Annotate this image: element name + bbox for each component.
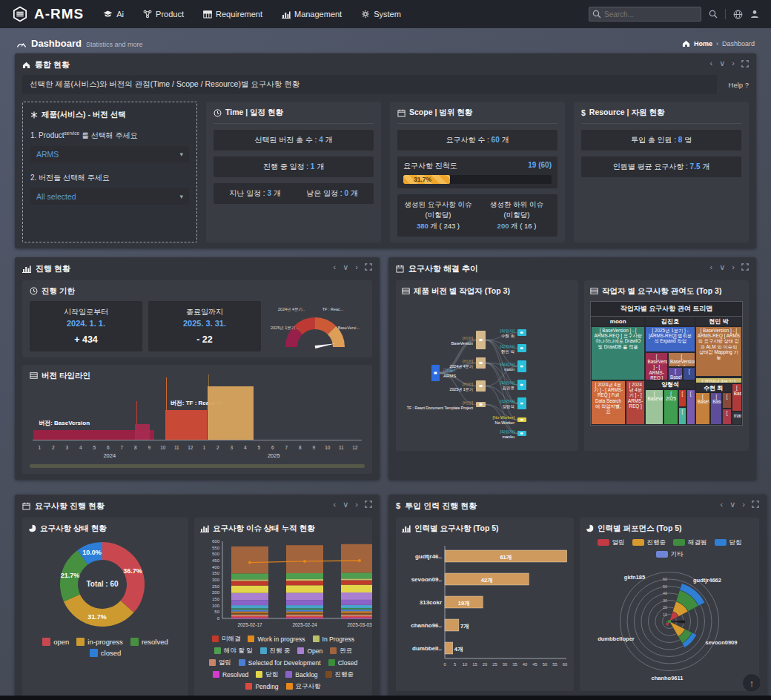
legend-item: 기타 (656, 550, 684, 559)
svg-text:[작업자]: [작업자] (500, 380, 514, 385)
svg-text:양형석: 양형석 (503, 404, 515, 409)
product-version-selector: 제품(서비스) - 버전 선택 1. Productservice 를 선택해 … (22, 102, 197, 242)
svg-text:chanho96..: chanho96.. (411, 622, 442, 629)
arrow-up-icon: ↑ (750, 678, 755, 689)
product-select-value: ARMS (36, 150, 59, 159)
treemap-box: 작업자 별 요구사항 관여도 (Top 3) 작업자별 요구사항 관여 트리맵 … (584, 280, 749, 451)
table-icon (203, 10, 212, 19)
svg-text:400: 400 (212, 564, 220, 569)
treemap-cell: [ 2024년 4분기 ] - [ ARMS-REQ ] (626, 380, 646, 425)
scroll-top-button[interactable]: ↑ (742, 673, 761, 693)
progress-count: 19 (60) (528, 161, 552, 171)
performance-polar-chart: 102030405060gkfn185gudtjr4662sevoon0909c… (586, 559, 753, 685)
chevron-left-icon[interactable]: ‹ (334, 501, 337, 509)
gear-icon (361, 10, 370, 19)
chevron-right-icon[interactable]: › (742, 501, 745, 509)
chevron-down-icon[interactable]: ∨ (729, 501, 735, 509)
svg-text:45: 45 (532, 662, 537, 667)
expand-icon[interactable] (741, 263, 749, 271)
search-input[interactable] (589, 7, 701, 22)
chevron-left-icon[interactable]: ‹ (710, 59, 713, 67)
chevron-left-icon[interactable]: ‹ (334, 263, 337, 271)
nav-item-ai[interactable]: Ai (103, 10, 124, 19)
chevron-left-icon[interactable]: ‹ (721, 501, 724, 509)
legend-item: resolved (130, 638, 168, 646)
globe-icon[interactable] (733, 10, 743, 19)
svg-text:450: 450 (212, 558, 220, 563)
expand-icon[interactable] (741, 60, 749, 67)
expand-icon[interactable] (752, 501, 759, 508)
svg-text:60: 60 (663, 577, 667, 581)
svg-text:20: 20 (663, 605, 667, 610)
donut-title: 요구사항 상태 현황 (40, 524, 107, 534)
legend-item: Open (297, 647, 322, 656)
app-logo[interactable]: A-RMS (12, 6, 84, 22)
panel-title: 진행 현황 (36, 263, 70, 274)
expand-icon[interactable] (365, 263, 372, 271)
chevron-right-icon[interactable]: › (732, 263, 735, 271)
chevron-down-icon: ▾ (179, 193, 183, 200)
version-select-value: All selected (36, 192, 76, 201)
svg-text:10: 10 (463, 662, 467, 667)
legend-item: 진행 중 (260, 647, 291, 656)
panel-controls: ‹∨› (710, 59, 749, 67)
nav-item-management[interactable]: Management (282, 10, 342, 19)
svg-text:ARMS: ARMS (443, 374, 456, 378)
chevron-right-icon[interactable]: › (732, 59, 735, 67)
user-icon[interactable] (750, 10, 759, 19)
chevron-down-icon[interactable]: ∨ (719, 59, 725, 67)
nav-item-product[interactable]: Product (143, 10, 184, 19)
svg-text:30: 30 (663, 598, 667, 602)
time-title: Time | 일정 현황 (225, 108, 283, 118)
treemap-cell: [ BaseVersion ] - [ (668, 352, 695, 367)
product-icon (143, 10, 152, 19)
svg-text:36.7%: 36.7% (123, 567, 142, 574)
treemap-cell: [ BaseVersion ] - [ ARMS-REQ ] Email 외 (645, 352, 668, 380)
svg-text:55: 55 (552, 662, 557, 667)
svg-text:[작업자]: [작업자] (500, 399, 514, 403)
hbar-box: 인력별 요구사항 (Top 5) gudtjr46..61개sevoon09..… (396, 518, 574, 691)
chevron-right-icon[interactable]: › (355, 501, 358, 509)
legend-item: 닫힘 (715, 538, 742, 547)
nav-item-system[interactable]: System (361, 10, 401, 19)
search-button-icon[interactable] (709, 10, 718, 19)
svg-text:19개: 19개 (458, 599, 470, 606)
svg-text:15: 15 (472, 662, 477, 667)
stat-past-remaining: 지난 일정 : 3 개 남은 일정 : 0 개 (214, 183, 374, 204)
expand-icon[interactable] (365, 501, 372, 508)
panel-title: 통합 현황 (35, 59, 70, 70)
treemap-cell: [ 2025 (664, 389, 678, 425)
nav-item-requirement[interactable]: Requirement (203, 10, 262, 19)
treemap-cell: [ (678, 407, 686, 424)
help-link[interactable]: Help ? (729, 81, 749, 89)
product-select[interactable]: ARMS ▾ (30, 146, 189, 162)
treemap-cell: [ 2025년 1분기 ] - [ARMS-REQ] 범위분석 Expand 작… (645, 326, 695, 352)
chevron-down-icon[interactable]: ∨ (343, 263, 348, 271)
legend-item: 해결됨 (673, 538, 707, 547)
treemap-cell: mar (732, 412, 742, 425)
chevron-right-icon[interactable]: › (355, 263, 358, 271)
timeline-scrollbar[interactable] (30, 464, 365, 468)
to-end-card: 종료일까지 2025. 3. 31. - 22 (148, 301, 261, 351)
chevron-down-icon[interactable]: ∨ (343, 501, 348, 509)
stat-total-people: 투입 총 인원 : 8 명 (581, 130, 741, 151)
grid-icon (590, 288, 598, 294)
svg-text:10: 10 (663, 612, 667, 616)
treemap-cell: 현민 박 (695, 317, 742, 326)
breadcrumb-home[interactable]: Home (694, 40, 712, 47)
svg-text:2025-02-24: 2025-02-24 (292, 622, 317, 627)
page-subtitle: Statistics and more (86, 41, 143, 48)
svg-text:2025년 1분기: 2025년 1분기 (450, 386, 473, 391)
svg-text:[작업자]: [작업자] (500, 343, 514, 348)
time-panel: Time | 일정 현황 선택된 버전 총 수 : 4 개 진행 중 일정 : … (206, 102, 381, 242)
svg-text:20: 20 (483, 662, 487, 667)
panel-integrated: 통합 현황 ‹∨› 선택한 제품(서비스)와 버전의 관점(Time / Sco… (15, 53, 756, 248)
version-select[interactable]: All selected ▾ (30, 188, 189, 205)
network-title: 제품 버전 별 작업자 (Top 3) (414, 286, 510, 297)
polar-box: 인력별 퍼포먼스 (Top 5) 열림진행중해결됨닫힘기타 1020304050… (580, 518, 759, 691)
chevron-left-icon[interactable]: ‹ (710, 263, 713, 271)
stat-active-schedule: 진행 중 일정 : 1 개 (214, 156, 374, 177)
svg-text:150: 150 (212, 597, 220, 601)
chevron-down-icon[interactable]: ∨ (719, 263, 725, 271)
svg-text:gudtjr4662: gudtjr4662 (693, 577, 721, 584)
